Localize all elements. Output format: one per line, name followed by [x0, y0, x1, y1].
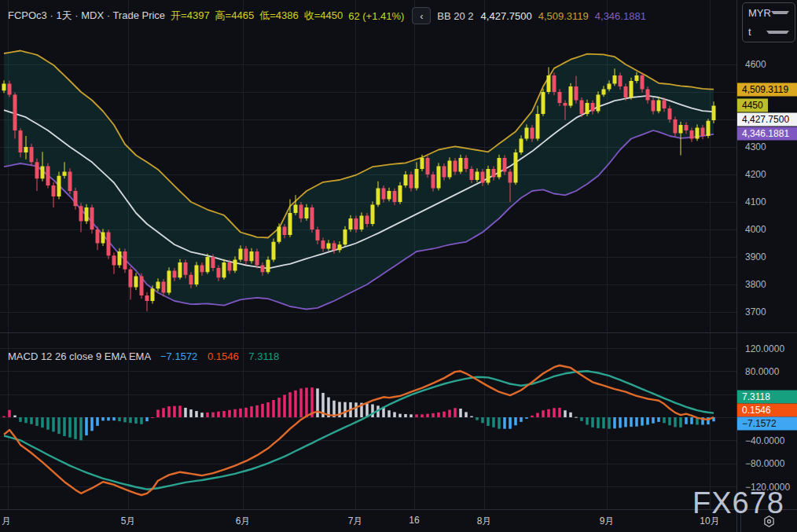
chevron-down-icon [771, 11, 789, 14]
chevron-left-icon: ‹ [420, 11, 423, 21]
macd-tick: −40.0000 [745, 435, 784, 446]
symbol-title[interactable]: FCPOc3 · 1天 · MDX · Trade Price [8, 9, 165, 23]
price-tick: 3800 [745, 279, 766, 290]
bb-upper-badge: 4,509.3119 [737, 83, 797, 97]
macd-line-value: 0.1546 [208, 350, 239, 362]
price-tick: 4000 [745, 224, 766, 235]
macd-tick: −120.0000 [745, 482, 790, 493]
price-tick: 4600 [745, 59, 766, 70]
bb-basis-badge: 4,427.7500 [737, 113, 797, 127]
bb-basis-value: 4,427.7500 [481, 10, 532, 22]
macd-histogram-value: −7.1572 [160, 350, 197, 362]
bb-indicator-label[interactable]: BB 20 2 [437, 10, 473, 22]
time-axis-label: 6月 [236, 515, 251, 528]
unit-dropdown[interactable]: t [743, 23, 795, 42]
time-axis-label: 10月 [700, 515, 719, 528]
unit-label: t [748, 26, 766, 38]
price-tick: 3900 [745, 251, 766, 262]
change-value: 62 (+1.41%) [348, 10, 404, 22]
macd-header: MACD 12 26 close 9 EMA EMA −7.1572 0.154… [8, 350, 279, 362]
gear-icon [762, 515, 776, 528]
macd-hist-badge: −7.1572 [737, 417, 797, 431]
price-tick: 4200 [745, 169, 766, 180]
time-axis-label: 16 [409, 515, 419, 526]
ohlc-low: 低=4386 [259, 9, 299, 23]
time-axis-label: 9月 [600, 515, 615, 528]
time-axis-label: 月 [2, 515, 11, 528]
time-axis-label: 8月 [477, 515, 492, 528]
macd-tick: 120.0000 [745, 343, 784, 354]
ohlc-high: 高=4465 [215, 9, 255, 23]
trading-chart-window: FCPOc3 · 1天 · MDX · Trade Price 开=4397 高… [0, 0, 797, 532]
price-tick: 4300 [745, 141, 766, 152]
last-price-badge: 4450 [737, 99, 768, 112]
chevron-down-icon [766, 31, 789, 34]
macd-tick: 80.0000 [745, 366, 779, 377]
macd-tick: −80.0000 [745, 458, 784, 469]
bb-upper-value: 4,509.3119 [538, 10, 589, 22]
macd-signal-value: 7.3118 [248, 350, 279, 362]
ohlc-close: 收=4450 [304, 9, 343, 23]
price-tick: 3700 [745, 306, 766, 317]
bb-lower-badge: 4,346.1881 [737, 127, 797, 141]
collapse-indicators-button[interactable]: ‹ [412, 7, 431, 24]
bb-lower-value: 4,346.1881 [595, 10, 646, 22]
chart-header: FCPOc3 · 1天 · MDX · Trade Price 开=4397 高… [8, 8, 646, 24]
macd-line-badge: 0.1546 [737, 404, 797, 417]
price-tick: 4100 [745, 196, 766, 207]
time-axis-settings-button[interactable] [740, 510, 797, 532]
chart-canvas[interactable] [0, 0, 797, 532]
macd-signal-badge: 7.3118 [737, 391, 797, 404]
currency-label: MYR [748, 7, 771, 19]
ohlc-open: 开=4397 [171, 9, 210, 23]
currency-dropdown[interactable]: MYR [743, 3, 795, 23]
macd-indicator-label[interactable]: MACD 12 26 close 9 EMA EMA [8, 350, 150, 362]
scale-unit-selector: MYR t [742, 2, 795, 42]
time-axis-label: 5月 [121, 515, 136, 528]
time-axis-label: 7月 [348, 515, 363, 528]
